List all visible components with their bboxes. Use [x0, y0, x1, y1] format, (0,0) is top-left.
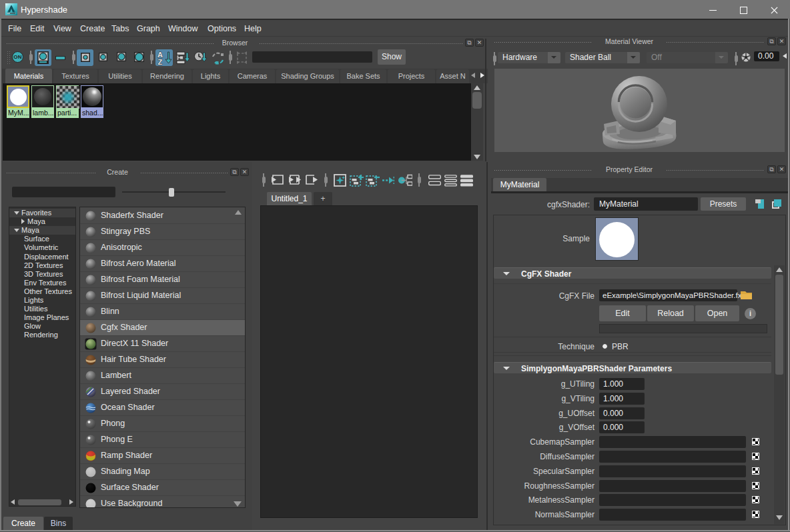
- svg-text:Z: Z: [158, 58, 163, 66]
